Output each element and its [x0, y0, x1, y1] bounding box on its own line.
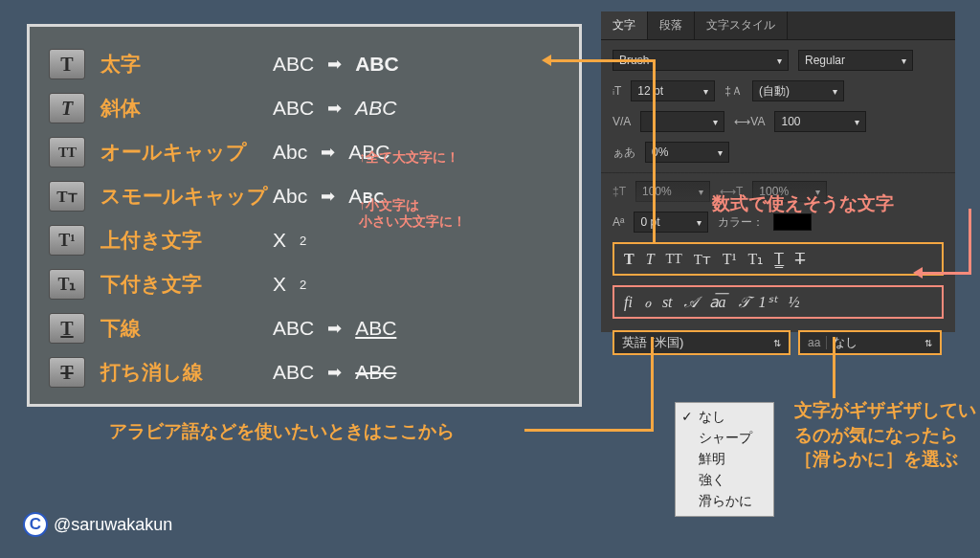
style-toolbar-1: TTTTTᴛT¹T₁T̲T̶	[612, 242, 944, 276]
option-sample: ABC➡ABC	[273, 97, 396, 120]
option-label: 斜体	[100, 95, 273, 122]
font-size-dropdown[interactable]: 12 pt▾	[631, 80, 715, 101]
toolbar-btn[interactable]: fi	[624, 294, 633, 311]
option-icon: T	[49, 93, 85, 123]
font-size-icon: ᵢT	[612, 84, 621, 98]
arrow-toolbar2-vert	[969, 209, 971, 275]
option-label: オールキャップ	[100, 139, 273, 166]
tracking-dropdown[interactable]: 100▾	[774, 111, 866, 132]
font-size-value: 12 pt	[637, 84, 663, 98]
color-label: カラー：	[718, 214, 764, 231]
option-row: T下線ABC➡ABC	[49, 306, 560, 350]
menu-item[interactable]: 鮮明	[676, 449, 773, 470]
option-icon: T₁	[49, 269, 85, 300]
option-sample: ABC➡ABC	[273, 317, 396, 340]
option-icon: T	[49, 313, 85, 344]
menu-item[interactable]: 滑らかに	[676, 491, 773, 512]
arrow-panel-vert	[653, 59, 656, 243]
toolbar-btn[interactable]: T	[646, 251, 655, 268]
toolbar-btn[interactable]: 1ˢᵗ	[759, 293, 777, 311]
panel-tabs: 文字段落文字スタイル	[601, 11, 955, 40]
toolbar-btn[interactable]: ℴ	[644, 293, 651, 311]
baseline-value: 0 pt	[640, 215, 659, 229]
credit-badge: C @saruwakakun	[23, 512, 172, 537]
panel-tab[interactable]: 文字スタイル	[695, 11, 788, 39]
option-label: スモールキャップ	[100, 183, 273, 210]
font-style-dropdown[interactable]: Regular▾	[798, 50, 913, 71]
tsume-icon: ぁあ	[612, 145, 635, 161]
option-icon: TT	[49, 137, 85, 167]
copyright-icon: C	[23, 512, 48, 537]
menu-item[interactable]: 強く	[676, 470, 773, 491]
option-icon: T	[49, 49, 85, 79]
arrow-lang-vert	[651, 337, 654, 429]
menu-item[interactable]: なし	[676, 407, 773, 428]
note-allcaps: ↑全て大文字に！	[359, 149, 459, 166]
option-row: T太字ABC➡ABC	[49, 42, 560, 86]
menu-item[interactable]: シャープ	[676, 428, 773, 449]
callout-smooth: 文字がギザギザしているのが気になったら［滑らかに］を選ぶ	[794, 398, 976, 472]
option-row: T斜体ABC➡ABC	[49, 86, 560, 130]
option-row: T打ち消し線ABC➡ABC	[49, 350, 560, 394]
arrow-lang-horz	[524, 429, 654, 432]
antialias-value: なし	[833, 334, 858, 351]
tracking-icon: ⟷VA	[734, 115, 765, 128]
toolbar-btn[interactable]: T̶	[795, 250, 805, 268]
leading-dropdown[interactable]: (自動)▾	[752, 80, 844, 101]
option-sample: X2	[273, 273, 306, 296]
callout-formula: 数式で使えそうな文字	[712, 191, 894, 216]
credit-handle: @saruwakakun	[54, 515, 172, 535]
leading-icon: ‡Ａ	[724, 83, 743, 100]
toolbar-btn[interactable]: T	[624, 251, 635, 268]
panel-tab[interactable]: 段落	[648, 11, 695, 39]
leading-value: (自動)	[759, 83, 790, 100]
option-icon: T¹	[49, 225, 85, 256]
baseline-icon: Aª	[612, 215, 624, 229]
toolbar-btn[interactable]: T₁	[747, 250, 763, 268]
toolbar-btn[interactable]: st	[662, 294, 673, 311]
tracking-value: 100	[781, 115, 800, 128]
antialias-dropdown[interactable]: aa なし ⇅	[798, 330, 942, 355]
option-row: T¹上付き文字X2	[49, 218, 560, 262]
arrow-to-table	[551, 59, 653, 62]
option-sample: ABC➡ABC	[273, 53, 399, 76]
baseline-dropdown[interactable]: 0 pt▾	[634, 212, 708, 233]
panel-tab[interactable]: 文字	[601, 11, 648, 39]
option-sample: ABC➡ABC	[273, 361, 396, 384]
option-label: 太字	[100, 51, 273, 78]
option-sample: X2	[273, 229, 306, 252]
toolbar-btn[interactable]: a͞a	[709, 293, 726, 311]
option-label: 下線	[100, 315, 273, 342]
arrow-to-toolbar2	[923, 272, 969, 275]
note-smallcaps: ↑小文字は小さい大文字に！	[359, 197, 466, 230]
option-label: 上付き文字	[100, 227, 273, 254]
style-toolbar-2: fiℴst𝒜a͞a𝒯1ˢᵗ½	[612, 285, 944, 319]
option-label: 打ち消し線	[100, 359, 273, 386]
toolbar-btn[interactable]: ½	[789, 294, 800, 311]
aa-prefix-label: aa	[808, 336, 827, 349]
toolbar-btn[interactable]: 𝒯	[738, 294, 747, 311]
toolbar-btn[interactable]: 𝒜	[684, 294, 698, 311]
tsume-dropdown[interactable]: 0%▾	[645, 142, 729, 163]
option-icon: Tᴛ	[49, 181, 85, 212]
option-row: T₁下付き文字X2	[49, 262, 560, 306]
toolbar-btn[interactable]: T̲	[774, 250, 784, 268]
option-label: 下付き文字	[100, 271, 273, 298]
arrow-aa-vert	[833, 337, 835, 398]
option-row: TTオールキャップAbc➡ABC	[49, 130, 560, 174]
option-row: TᴛスモールキャップAbc➡Aʙᴄ	[49, 174, 560, 218]
antialias-menu: なしシャープ鮮明強く滑らかに	[675, 402, 774, 517]
toolbar-btn[interactable]: Tᴛ	[694, 251, 711, 268]
toolbar-btn[interactable]: TT	[666, 252, 682, 267]
option-icon: T	[49, 357, 85, 388]
language-dropdown[interactable]: 英語 (米国) ⇅	[612, 330, 791, 355]
font-style-value: Regular	[805, 54, 845, 67]
toolbar-btn[interactable]: T¹	[723, 251, 737, 268]
font-options-table: T太字ABC➡ABCT斜体ABC➡ABCTTオールキャップAbc➡ABCTᴛスモ…	[27, 24, 582, 407]
callout-arabic: アラビア語などを使いたいときはここから	[109, 419, 455, 444]
kerning-icon: V/A	[612, 115, 631, 128]
color-swatch[interactable]	[773, 213, 812, 231]
